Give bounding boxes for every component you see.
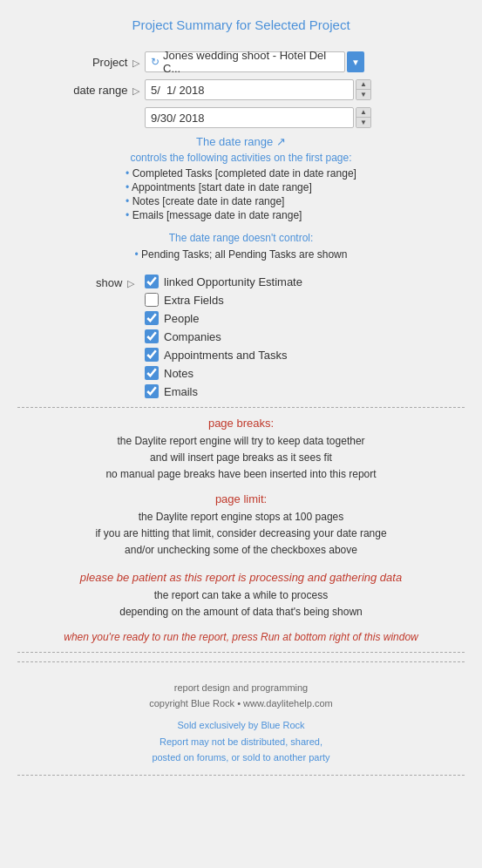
processing-line-1: depending on the amount of data that's b… [0,604,482,620]
divider-2 [17,652,465,653]
checkbox-item-0: linked Opportunity Estimate [145,275,302,288]
sold-line2: Report may not be distributed, shared, [17,734,465,750]
project-label: Project ▷ [17,56,139,69]
checkbox-label-5: Notes [164,367,193,380]
show-label: show ▷ [17,276,139,289]
page-title: Project Summary for Selected Project [0,17,482,32]
date-end-input[interactable] [145,107,354,128]
controls-section: controls the following activities on the… [0,152,482,223]
page-breaks-line-2: no manual page breaks have been inserted… [0,466,482,483]
date-range-label: date range ▷ [17,84,139,97]
checkbox-linked-opportunity[interactable] [145,275,159,288]
project-input[interactable]: ↻ Jones wedding shoot - Hotel Del C... [145,51,345,72]
date-end-wrapper: ▲ ▼ [145,107,371,128]
date-end-up[interactable]: ▲ [356,108,370,118]
date-end-spinner[interactable]: ▲ ▼ [356,107,371,128]
no-control-list: Pending Tasks; all Pending Tasks are sho… [135,248,348,262]
processing-line-0: the report can take a while to process [0,587,482,604]
page-breaks-line-1: and will insert page breaks as it sees f… [0,450,482,466]
date-range-link[interactable]: The date range ↗ [0,135,482,148]
footer-line2: copyright Blue Rock • www.daylitehelp.co… [17,695,465,712]
controls-list: Completed Tasks [completed date in date … [126,167,356,223]
footer-divider-bottom [17,775,465,776]
page-breaks-section: page breaks: the Daylite report engine w… [0,417,482,484]
page-limit-text: the Daylite report engine stops at 100 p… [0,509,482,559]
checkbox-people[interactable] [145,311,159,325]
page-limit-line-0: the Daylite report engine stops at 100 p… [0,509,482,526]
checkbox-label-4: Appointments and Tasks [164,349,287,362]
processing-section: please be patient as this report is proc… [0,571,482,620]
checkbox-item-1: Extra Fields [145,293,302,307]
project-triangle-icon: ▷ [132,58,139,69]
list-item: Emails [message date in date range] [126,209,356,221]
sold-text: Sold exclusively by Blue Rock Report may… [17,717,465,766]
checkboxes-column: linked Opportunity Estimate Extra Fields… [145,275,302,398]
date-range-triangle-icon: ▷ [132,85,139,97]
processing-subtext: the report can take a while to process d… [0,587,482,620]
footer-section: report design and programming copyright … [0,680,482,766]
checkbox-appointments-tasks[interactable] [145,348,159,362]
checkbox-emails[interactable] [145,384,159,398]
page-breaks-text: the Daylite report engine will try to ke… [0,433,482,484]
sold-line1: Sold exclusively by Blue Rock [17,717,465,734]
checkbox-item-5: Notes [145,366,302,380]
checkbox-item-4: Appointments and Tasks [145,348,302,362]
no-control-section: The date range doesn't control: Pending … [0,232,482,262]
controls-title: controls the following activities on the… [0,152,482,164]
checkbox-item-2: People [145,311,302,325]
page-limit-line-1: if you are hitting that limit, consider … [0,526,482,542]
page-breaks-title: page breaks: [0,417,482,430]
footer-text: report design and programming copyright … [17,680,465,712]
date-start-wrapper: ▲ ▼ [145,79,371,100]
sold-line3: posted on forums, or sold to another par… [17,749,465,766]
page-breaks-line-0: the Daylite report engine will try to ke… [0,433,482,450]
checkbox-extra-fields[interactable] [145,293,159,307]
show-triangle-icon: ▷ [127,278,134,289]
arrow-icon: ↗ [276,135,286,148]
date-start-spinner[interactable]: ▲ ▼ [356,79,371,100]
checkbox-label-6: Emails [164,385,198,398]
processing-text: please be patient as this report is proc… [0,571,482,584]
checkbox-item-3: Companies [145,329,302,343]
checkbox-companies[interactable] [145,329,159,343]
refresh-icon: ↻ [151,56,160,68]
footer-line1: report design and programming [17,680,465,696]
no-control-title: The date range doesn't control: [0,232,482,244]
run-text: when you're ready to run the report, pre… [64,631,418,643]
checkbox-label-0: linked Opportunity Estimate [164,275,302,288]
date-start-down[interactable]: ▼ [356,90,370,99]
checkbox-label-1: Extra Fields [164,294,224,307]
footer-divider-top [17,661,465,662]
date-end-down[interactable]: ▼ [356,118,370,127]
page-limit-line-2: and/or unchecking some of the checkboxes… [0,542,482,559]
run-instruction: when you're ready to run the report, pre… [0,630,482,643]
divider-1 [17,407,465,408]
project-input-wrapper: ↻ Jones wedding shoot - Hotel Del C... ▼ [145,51,364,72]
list-item: Notes [create date in date range] [126,195,356,207]
date-start-up[interactable]: ▲ [356,80,370,90]
checkbox-item-6: Emails [145,384,302,398]
date-start-input[interactable] [145,79,354,100]
show-section: show ▷ linked Opportunity Estimate Extra… [0,275,482,398]
page-limit-title: page limit: [0,492,482,505]
list-item: Completed Tasks [completed date in date … [126,167,356,180]
list-item: Appointments [start date in date range] [126,181,356,193]
page-limit-section: page limit: the Daylite report engine st… [0,492,482,559]
checkbox-label-3: Companies [164,330,221,343]
project-value-text: Jones wedding shoot - Hotel Del C... [163,49,339,75]
project-dropdown-button[interactable]: ▼ [347,51,364,72]
list-item: Pending Tasks; all Pending Tasks are sho… [135,248,348,261]
checkbox-notes[interactable] [145,366,159,380]
checkbox-label-2: People [164,312,199,325]
